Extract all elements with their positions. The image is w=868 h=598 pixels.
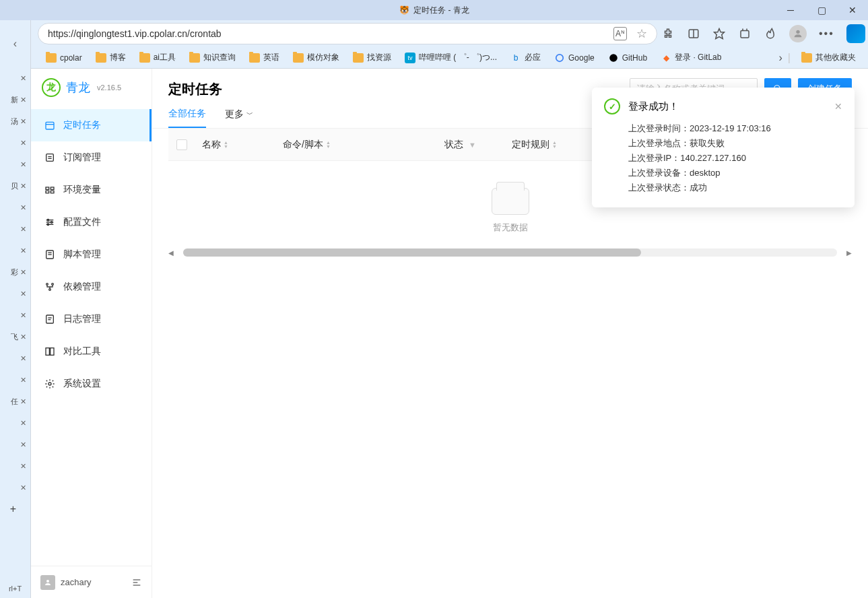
close-button[interactable]: ✕ bbox=[837, 0, 868, 20]
sidebar-item-script[interactable]: 脚本管理 bbox=[31, 238, 152, 271]
vertical-tab[interactable]: ✕ bbox=[0, 240, 30, 261]
close-tab-icon[interactable]: ✕ bbox=[20, 139, 26, 147]
bookmark-item[interactable]: ◆登录 · GitLab bbox=[655, 49, 727, 66]
close-tab-icon[interactable]: ✕ bbox=[20, 268, 26, 277]
tab-more[interactable]: 更多﹀ bbox=[225, 108, 253, 127]
close-tab-icon[interactable]: ✕ bbox=[20, 397, 26, 406]
vertical-tab[interactable]: 彩✕ bbox=[0, 261, 30, 283]
bookmark-item[interactable]: 模仿对象 bbox=[288, 49, 345, 66]
more-menu-button[interactable]: ••• bbox=[819, 28, 834, 40]
vertical-tab[interactable]: 汤✕ bbox=[0, 110, 30, 132]
profile-avatar-icon[interactable] bbox=[789, 25, 807, 42]
bookmark-item[interactable]: 博客 bbox=[90, 49, 131, 66]
vertical-tab[interactable]: 任✕ bbox=[0, 391, 30, 412]
close-tab-icon[interactable]: ✕ bbox=[20, 182, 26, 191]
close-tab-icon[interactable]: ✕ bbox=[20, 96, 26, 104]
vertical-tab[interactable]: ✕ bbox=[0, 154, 30, 175]
other-bookmarks[interactable]: 其他收藏夹 bbox=[796, 49, 861, 66]
close-tab-icon[interactable]: ✕ bbox=[20, 74, 26, 83]
favorites-icon[interactable] bbox=[712, 27, 726, 40]
bookmark-item[interactable]: 英语 bbox=[244, 49, 285, 66]
close-tab-icon[interactable]: ✕ bbox=[20, 333, 26, 341]
collapse-sidebar-button[interactable] bbox=[131, 577, 142, 588]
bookmark-item[interactable]: 知识查询 bbox=[184, 49, 241, 66]
horizontal-scrollbar[interactable]: ◀ ▶ bbox=[168, 247, 852, 258]
extensions-icon[interactable] bbox=[661, 27, 675, 40]
sidebar-item-crontab[interactable]: 定时任务 bbox=[31, 109, 152, 141]
svg-rect-31 bbox=[46, 348, 49, 356]
vertical-tab[interactable]: ✕ bbox=[0, 455, 30, 477]
scroll-right-icon[interactable]: ▶ bbox=[846, 249, 852, 257]
scroll-left-icon[interactable]: ◀ bbox=[168, 249, 174, 257]
vertical-tab[interactable]: ✕ bbox=[0, 412, 30, 434]
sidebar-item-config[interactable]: 配置文件 bbox=[31, 206, 152, 238]
filter-icon[interactable]: ▼ bbox=[469, 141, 476, 149]
notification-close-button[interactable]: ✕ bbox=[834, 101, 842, 112]
close-tab-icon[interactable]: ✕ bbox=[20, 203, 26, 212]
bookmark-item[interactable]: GitHub bbox=[603, 50, 653, 66]
sidebar-item-dependency[interactable]: 依赖管理 bbox=[31, 271, 152, 303]
close-tab-icon[interactable]: ✕ bbox=[20, 160, 26, 169]
bookmark-item[interactable]: 找资源 bbox=[347, 49, 397, 66]
vertical-tab[interactable]: ✕ bbox=[0, 477, 30, 498]
sidebar-item-env[interactable]: 环境变量 bbox=[31, 174, 152, 206]
select-all-checkbox[interactable] bbox=[168, 139, 202, 150]
column-name[interactable]: 名称▲▼ bbox=[202, 139, 283, 151]
split-screen-icon[interactable] bbox=[687, 27, 700, 40]
vertical-tab[interactable]: 贝✕ bbox=[0, 175, 30, 197]
svg-rect-13 bbox=[51, 187, 54, 189]
close-tab-icon[interactable]: ✕ bbox=[20, 354, 26, 363]
vertical-tab[interactable]: ✕ bbox=[0, 218, 30, 240]
scroll-track[interactable] bbox=[183, 248, 837, 257]
bookmark-item[interactable]: Google bbox=[549, 50, 600, 66]
folder-icon bbox=[189, 53, 200, 63]
close-tab-icon[interactable]: ✕ bbox=[20, 419, 26, 428]
vertical-tab[interactable]: ✕ bbox=[0, 369, 30, 391]
minimize-button[interactable]: ─ bbox=[775, 0, 806, 20]
vertical-tab[interactable]: ✕ bbox=[0, 132, 30, 154]
maximize-button[interactable]: ▢ bbox=[806, 0, 837, 20]
vertical-tab[interactable]: ✕ bbox=[0, 434, 30, 455]
close-tab-icon[interactable]: ✕ bbox=[20, 311, 26, 320]
close-tab-icon[interactable]: ✕ bbox=[20, 225, 26, 234]
tab-all-tasks[interactable]: 全部任务 bbox=[168, 108, 206, 128]
collections-icon[interactable] bbox=[738, 27, 752, 40]
bookmark-item[interactable]: ai工具 bbox=[134, 49, 181, 66]
sidebar-item-settings[interactable]: 系统设置 bbox=[31, 368, 152, 400]
vertical-tab[interactable]: ✕ bbox=[0, 304, 30, 326]
close-tab-icon[interactable]: ✕ bbox=[20, 376, 26, 385]
user-avatar-icon[interactable] bbox=[40, 575, 55, 590]
bookmark-item[interactable]: cpolar bbox=[40, 51, 88, 65]
vertical-tab[interactable]: ✕ bbox=[0, 67, 30, 89]
vertical-tab[interactable]: 新✕ bbox=[0, 89, 30, 110]
close-tab-icon[interactable]: ✕ bbox=[20, 290, 26, 298]
close-tab-icon[interactable]: ✕ bbox=[20, 484, 26, 492]
vertical-tab[interactable]: 飞✕ bbox=[0, 326, 30, 347]
close-tab-icon[interactable]: ✕ bbox=[20, 117, 26, 126]
back-button[interactable]: ‹ bbox=[0, 20, 30, 67]
sidebar-item-log[interactable]: 日志管理 bbox=[31, 303, 152, 335]
vertical-tab[interactable]: ✕ bbox=[0, 283, 30, 304]
performance-icon[interactable] bbox=[764, 27, 777, 40]
svg-rect-14 bbox=[46, 191, 49, 193]
bookmark-item[interactable]: tv哔哩哔哩 ( ゜- ゜)つ... bbox=[399, 49, 502, 66]
vertical-tab[interactable]: ✕ bbox=[0, 197, 30, 218]
sidebar: 龙 青龙 v2.16.5 定时任务 订阅管理 环境变量 配置文件 脚本管理 依赖… bbox=[31, 69, 152, 598]
close-tab-icon[interactable]: ✕ bbox=[20, 440, 26, 449]
close-tab-icon[interactable]: ✕ bbox=[20, 246, 26, 255]
bookmarks-overflow-icon[interactable]: › bbox=[779, 52, 782, 64]
copilot-icon[interactable] bbox=[846, 24, 865, 43]
close-tab-icon[interactable]: ✕ bbox=[20, 462, 26, 471]
column-command[interactable]: 命令/脚本▲▼ bbox=[283, 139, 444, 151]
new-tab-button[interactable]: + bbox=[0, 498, 30, 520]
column-cron[interactable]: 定时规则▲▼ bbox=[512, 139, 593, 151]
favorite-star-icon[interactable]: ☆ bbox=[636, 26, 647, 41]
sidebar-item-subscription[interactable]: 订阅管理 bbox=[31, 141, 152, 174]
vertical-tab[interactable]: ✕ bbox=[0, 347, 30, 369]
sidebar-item-diff[interactable]: 对比工具 bbox=[31, 335, 152, 368]
scroll-thumb[interactable] bbox=[183, 248, 641, 257]
bookmark-item[interactable]: b必应 bbox=[505, 49, 546, 66]
read-aloud-icon[interactable]: Aᴺ bbox=[613, 27, 627, 40]
column-status[interactable]: 状态▼ bbox=[444, 139, 512, 151]
address-bar[interactable]: https://qinglongtest1.vip.cpolar.cn/cron… bbox=[38, 23, 657, 44]
